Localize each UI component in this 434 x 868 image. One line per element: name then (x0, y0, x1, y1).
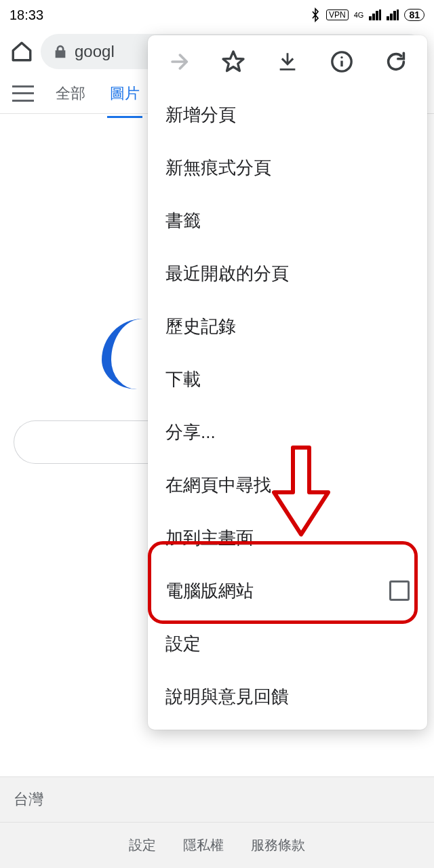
download-button[interactable] (275, 49, 300, 75)
google-logo-fragment (102, 319, 151, 389)
menu-new-tab[interactable]: 新增分頁 (148, 88, 427, 141)
tab-images[interactable]: 圖片 (107, 83, 142, 118)
menu-find-label: 在網頁中尋找 (165, 473, 271, 497)
status-right: VPN 4G 81 (310, 7, 425, 22)
vpn-badge: VPN (326, 9, 349, 20)
annotation-arrow (270, 445, 332, 540)
menu-bookmarks-label: 書籤 (165, 209, 201, 233)
annotation-highlight-box (148, 541, 418, 624)
search-box-fragment (14, 420, 149, 464)
signal-icon-1 (369, 9, 381, 20)
footer-privacy-link[interactable]: 隱私權 (183, 836, 224, 854)
overflow-menu: 新增分頁 新無痕式分頁 書籤 最近開啟的分頁 歷史記錄 下載 分享... 在網頁… (148, 35, 427, 730)
status-bar: 18:33 VPN 4G 81 (0, 0, 434, 30)
menu-icon-row (148, 35, 427, 88)
menu-bookmarks[interactable]: 書籤 (148, 194, 427, 247)
status-time: 18:33 (9, 7, 43, 23)
info-button[interactable] (329, 49, 355, 75)
menu-downloads-label: 下載 (165, 368, 201, 391)
hamburger-icon[interactable] (12, 83, 34, 104)
menu-new-incognito[interactable]: 新無痕式分頁 (148, 141, 427, 194)
home-button[interactable] (8, 38, 35, 65)
menu-share-label: 分享... (165, 420, 216, 444)
forward-button[interactable] (166, 49, 192, 75)
menu-settings-label: 設定 (165, 632, 201, 656)
url-text: googl (75, 42, 115, 61)
footer-terms-link[interactable]: 服務條款 (251, 836, 305, 854)
bluetooth-icon (310, 7, 321, 22)
network-label: 4G (354, 12, 364, 19)
menu-recent-tabs[interactable]: 最近開啟的分頁 (148, 247, 427, 300)
tab-all[interactable]: 全部 (53, 83, 88, 104)
battery-badge: 81 (404, 9, 425, 21)
menu-help-feedback[interactable]: 說明與意見回饋 (148, 670, 427, 723)
menu-history-label: 歷史記錄 (165, 315, 236, 338)
footer-region: 台灣 (0, 776, 434, 823)
menu-history[interactable]: 歷史記錄 (148, 300, 427, 353)
menu-new-incognito-label: 新無痕式分頁 (165, 156, 271, 180)
menu-help-label: 說明與意見回饋 (165, 685, 289, 709)
menu-new-tab-label: 新增分頁 (165, 103, 236, 127)
menu-settings[interactable]: 設定 (148, 617, 427, 670)
footer-settings-link[interactable]: 設定 (129, 836, 156, 854)
svg-point-2 (340, 56, 342, 58)
reload-button[interactable] (383, 49, 409, 75)
signal-icon-2 (387, 9, 399, 20)
page-footer: 台灣 設定 隱私權 服務條款 (0, 776, 434, 868)
menu-recent-label: 最近開啟的分頁 (165, 262, 289, 285)
lock-icon (53, 44, 68, 59)
menu-downloads[interactable]: 下載 (148, 353, 427, 406)
bookmark-star-button[interactable] (220, 49, 246, 75)
